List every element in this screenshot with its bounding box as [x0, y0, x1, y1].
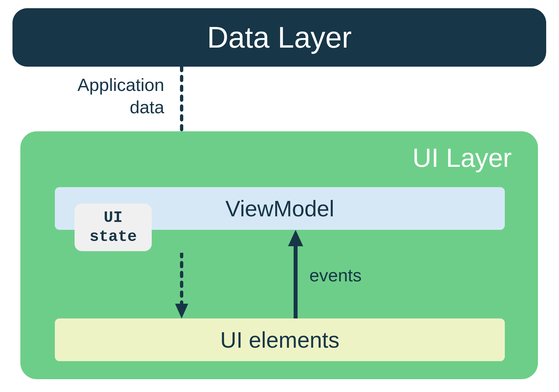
- ui-elements-label: UI elements: [220, 327, 340, 353]
- data-layer-box: Data Layer: [12, 8, 546, 67]
- ui-layer-title: UI Layer: [413, 143, 512, 173]
- ui-layer-container: UI Layer ViewModel UI state UI elements …: [20, 131, 538, 379]
- ui-elements-box: UI elements: [55, 318, 505, 361]
- application-data-text: Application data: [78, 75, 164, 117]
- ui-state-box: UI state: [75, 204, 152, 251]
- application-data-label: Application data: [64, 74, 164, 118]
- ui-state-label: UI state: [89, 208, 137, 246]
- events-label: events: [309, 265, 362, 285]
- data-layer-title: Data Layer: [207, 21, 351, 54]
- viewmodel-label: ViewModel: [225, 196, 334, 221]
